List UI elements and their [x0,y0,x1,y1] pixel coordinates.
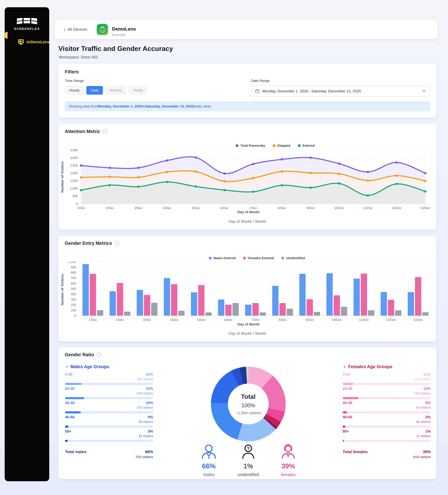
males-age-groups-header: ♂ Males Age Groups [65,364,109,370]
bar-females-entered-13-Dec [415,277,421,316]
bar-females-entered-11-Dec [361,274,367,316]
females-pct: 39% [281,462,295,470]
bar-unidentified-13-Dec [422,312,429,316]
sidebar-item-label: InStoreLens [27,40,50,44]
bar-unidentified-1-Dec [97,310,103,316]
legend-dot [236,144,238,147]
svg-text:9/Dec: 9/Dec [306,206,315,210]
male-icon: ♂ [65,364,69,370]
time-range-label: Time Range [65,79,84,83]
age-progress-fill [343,440,344,442]
males-stat: 66% males [188,443,230,477]
screenflex-logo-icon [16,17,38,26]
age-label: 40-50 [65,415,75,419]
gender-ratio-title: Gender Ratio i [65,352,101,357]
svg-text:6/Dec: 6/Dec [220,206,229,210]
bar-females-entered-4-Dec [171,284,177,316]
bar-females-entered-12-Dec [388,300,394,316]
females-age-groups-label: Females Age Groups [348,364,393,369]
device-chip-icon [97,24,108,35]
sidebar-item-instorelens[interactable]: InStoreLens [18,39,50,45]
back-to-all-devices[interactable]: ‹ All Devices [64,27,87,32]
sidebar: SCREENFLEX InStoreLens [5,7,49,481]
age-progress-fill [65,397,84,399]
age-visitors: 32 visitors [65,434,153,438]
age-pct: 3% [148,429,153,434]
age-label: 20-30 [343,386,352,391]
bar-females-entered-6-Dec [225,305,231,316]
svg-text:6/Dec: 6/Dec [224,318,232,322]
age-progress-track [65,411,153,413]
male-avatar-icon [200,443,217,460]
age-progress-fill [65,440,68,442]
svg-text:5/Dec: 5/Dec [197,318,205,322]
age-label: 30-40 [65,401,75,405]
legend-item-unidentified[interactable]: Unidentified [281,256,305,260]
time-range-hourly-button[interactable]: Hourly [65,86,84,95]
age-visitors: 192 visitors [65,406,153,410]
time-range-monthly-button[interactable]: Monthly [105,86,126,95]
legend-item-females-entered[interactable]: Females Entered [243,256,274,260]
info-icon[interactable]: i [114,241,119,246]
legend-item-total-passersby[interactable]: Total Passersby [236,144,265,148]
legend-label: Stopped [277,144,290,148]
date-range-value: Monday, December 1, 2025 - Saturday, Dec… [262,89,361,93]
monitor-camera-icon [18,39,24,45]
time-range-daily-button[interactable]: Daily [86,86,103,95]
age-label: 50+ [343,429,349,434]
female-icon: ♀ [343,364,346,370]
bar-unidentified-3-Dec [151,303,158,316]
age-progress-fill [343,411,347,413]
chevron-down-icon [422,90,426,92]
svg-text:2/Dec: 2/Dec [116,318,124,322]
age-row-30-40: 30-405%53 visitors [343,401,431,413]
legend-item-entered[interactable]: Entered [298,144,315,148]
age-progress-fill [65,411,81,413]
bar-unidentified-9-Dec [314,312,320,316]
age-visitors: 43 visitors [65,420,153,424]
age-visitors: 32 visitors [343,420,431,424]
info-icon[interactable]: i [96,352,101,357]
age-row-40-50: 40-503%32 visitors [343,415,431,428]
svg-text:200: 200 [71,303,76,307]
total-pct: 66% [145,450,153,454]
females-age-groups-header: ♀ Females Age Groups [343,364,392,370]
age-visitors: 202 visitors [65,377,153,381]
age-pct: 1% [425,429,431,434]
attention-x-axis-title: Day of Month [65,210,432,214]
legend-item-males-entered[interactable]: Males Entered [209,256,236,260]
age-label: 20-30 [65,386,75,391]
svg-text:8/Dec: 8/Dec [278,318,287,322]
banner-start-date: Monday, December 1, 2025 [98,104,142,108]
age-progress-track [65,440,153,442]
total-visitors: 416 visitors [343,455,431,459]
svg-text:500: 500 [73,194,78,198]
age-label: 0-20 [65,372,72,377]
svg-text:600: 600 [71,282,76,285]
date-range-select[interactable]: Monday, December 1, 2025 - Saturday, Dec… [251,86,430,96]
age-progress-track [65,383,153,385]
total-row: Total males66%703 visitors [65,450,153,459]
age-pct: 12% [423,372,431,377]
svg-text:3,500: 3,500 [70,149,78,152]
svg-text:2/Dec: 2/Dec [106,206,114,210]
legend-label: Females Entered [248,256,274,260]
legend-item-stopped[interactable]: Stopped [273,144,290,148]
svg-text:7/Dec: 7/Dec [251,318,260,322]
date-range-banner: Showing data from Monday, December 1, 20… [65,101,430,111]
bar-males-entered-8-Dec [272,286,278,316]
bar-females-entered-5-Dec [198,285,204,316]
svg-text:3,000: 3,000 [70,156,78,160]
device-info: DemoLens Example [112,26,136,37]
gender-entry-bar-chart: 1/Dec2/Dec3/Dec4/Dec5/Dec6/Dec7/Dec8/Dec… [65,261,432,324]
page-title: Visitor Traffic and Gender Accuracy [58,45,173,52]
age-pct: 5% [425,401,431,405]
info-icon[interactable]: i [103,129,108,134]
age-label: 50+ [65,429,71,434]
time-range-yearly-button[interactable]: Yearly [129,86,147,95]
svg-text:1,000: 1,000 [68,261,76,264]
device-subtitle: Example [112,33,136,37]
female-avatar-icon [279,443,297,460]
bar-males-entered-4-Dec [164,278,170,316]
females-stat: 39% females [267,443,309,477]
